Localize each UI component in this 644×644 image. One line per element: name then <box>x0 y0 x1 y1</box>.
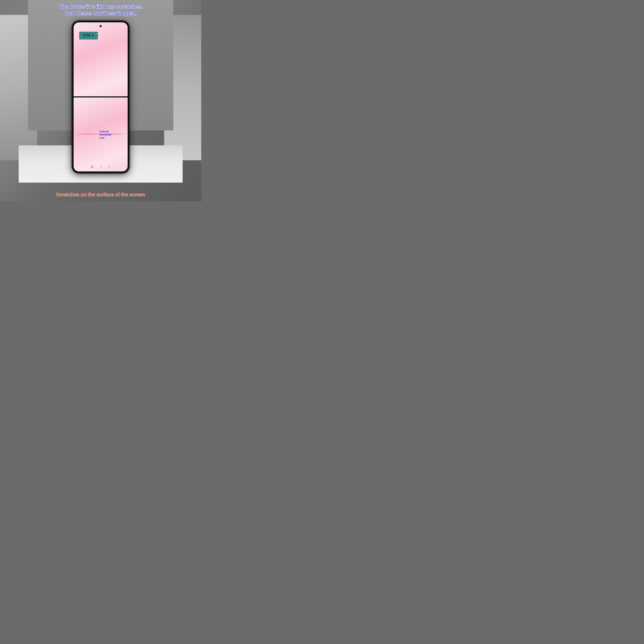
arrow-colored-icon: ↓ <box>100 126 111 130</box>
nav-bar: ||| ○ < <box>74 165 128 168</box>
nav-back-icon: < <box>108 165 110 168</box>
bottom-warning-text: Scratches on the surface of the screen <box>0 192 201 198</box>
label-sticker: F731-2 <box>79 32 98 40</box>
top-warning-line2: But Please don't tear it open. <box>0 10 201 17</box>
camera-hole <box>100 25 102 27</box>
annotation-colored-line: ↓ Colored Horizontal Line <box>100 126 111 140</box>
nav-home-icon: ○ <box>100 165 102 168</box>
bottom-warning-line: Scratches on the surface of the screen <box>0 192 201 198</box>
nav-lines-icon: ||| <box>91 165 93 168</box>
phone-body: F731-2 ↓ Colored Horizontal Line ||| ○ < <box>72 20 130 173</box>
label-notch <box>97 34 99 37</box>
top-warning-line1: The protective film has scratches. <box>0 3 201 10</box>
annotation-line1: Colored <box>100 130 111 133</box>
label-text: F731-2 <box>83 34 94 37</box>
annotation-line2: Horizontal <box>100 133 111 137</box>
screen-top: F731-2 <box>74 22 128 97</box>
annotation-line3: Line <box>100 136 111 140</box>
phone-fold-line <box>72 96 130 97</box>
phone-wrapper: ↗ ↙ ↗ ↙ F731-2 ↓ Colored Horizontal <box>72 20 130 173</box>
screen-bottom: ↓ Colored Horizontal Line ||| ○ < <box>74 97 128 171</box>
top-warning-text: The protective film has scratches. But P… <box>0 3 201 17</box>
